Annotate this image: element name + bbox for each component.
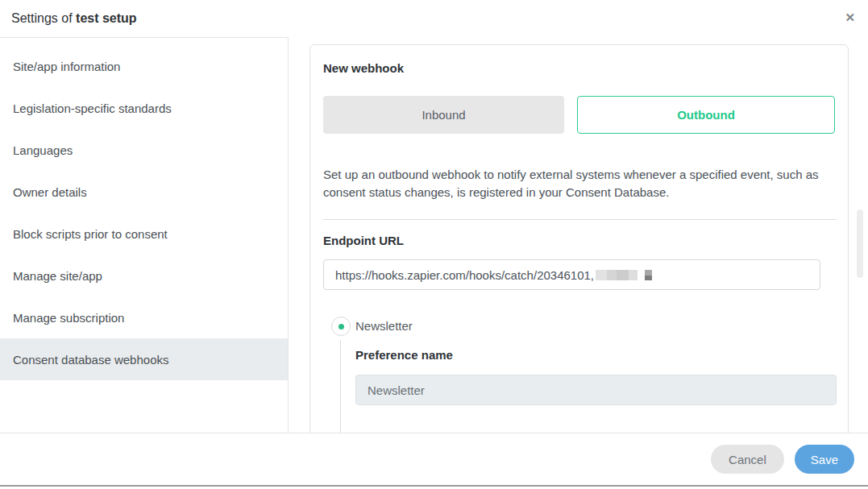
sidebar-item-manage-subscription[interactable]: Manage subscription (0, 296, 288, 338)
group-connector-line (340, 340, 341, 433)
settings-sidebar: Site/app information Legislation-specifi… (0, 38, 289, 433)
content-area: New webhook Inbound Outbound Set up an o… (289, 38, 868, 433)
endpoint-url-value: https://hooks.zapier.com/hooks/catch/203… (335, 268, 594, 282)
tab-inbound[interactable]: Inbound (323, 96, 564, 134)
page-title-setup-name: test setup (76, 11, 137, 25)
page-title: Settings of test setup (11, 11, 137, 26)
preference-name-label: Preference name (355, 348, 835, 362)
outbound-description: Set up an outbound webhook to notify ext… (323, 166, 843, 201)
preference-name-input[interactable]: Newsletter (355, 375, 837, 405)
close-icon[interactable]: ✕ (845, 10, 855, 26)
status-dot (338, 324, 344, 329)
sidebar-item-site-app-information[interactable]: Site/app information (0, 45, 288, 87)
sidebar-item-legislation-specific-standards[interactable]: Legislation-specific standards (0, 87, 288, 129)
modal-footer: Cancel Save (0, 433, 868, 485)
webhook-direction-tabs: Inbound Outbound (323, 96, 835, 134)
vertical-scrollbar[interactable] (857, 209, 863, 278)
cancel-button[interactable]: Cancel (711, 445, 784, 474)
preference-group: Newsletter Preference name Newsletter (323, 317, 835, 405)
preference-title: Newsletter (355, 317, 835, 333)
page-title-prefix: Settings of (11, 11, 76, 25)
new-webhook-panel: New webhook Inbound Outbound Set up an o… (309, 44, 849, 433)
section-divider (323, 219, 837, 220)
modal-bottom-edge (0, 485, 868, 487)
save-button[interactable]: Save (795, 445, 854, 474)
tab-outbound[interactable]: Outbound (577, 96, 835, 134)
sidebar-item-manage-site-app[interactable]: Manage site/app (0, 255, 288, 296)
endpoint-url-input[interactable]: https://hooks.zapier.com/hooks/catch/203… (323, 259, 820, 290)
preference-name-value: Newsletter (368, 383, 425, 397)
sidebar-item-consent-database-webhooks[interactable]: Consent database webhooks (0, 338, 288, 380)
sidebar-item-owner-details[interactable]: Owner details (0, 171, 288, 213)
panel-title: New webhook (323, 61, 835, 75)
status-indicator-icon (331, 317, 351, 336)
endpoint-url-label: Endpoint URL (323, 234, 835, 247)
redacted-url-segment (596, 270, 652, 280)
settings-modal: Settings of test setup ✕ Site/app inform… (0, 0, 868, 489)
modal-header: Settings of test setup ✕ (0, 0, 868, 38)
sidebar-item-languages[interactable]: Languages (0, 129, 288, 171)
sidebar-item-block-scripts[interactable]: Block scripts prior to consent (0, 213, 288, 255)
